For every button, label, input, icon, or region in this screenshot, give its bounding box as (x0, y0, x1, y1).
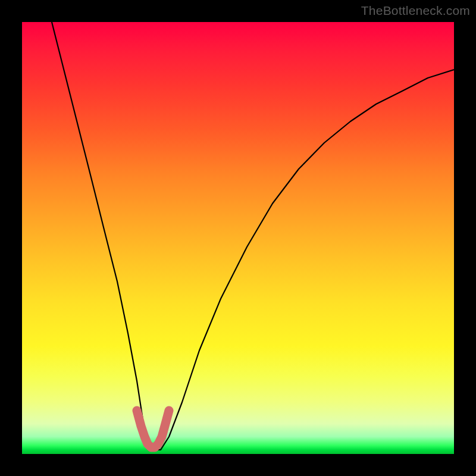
chart-frame: TheBottleneck.com (0, 0, 476, 476)
chart-svg (22, 22, 454, 454)
trough-marker (137, 411, 169, 447)
main-curve (52, 22, 454, 450)
watermark-text: TheBottleneck.com (361, 4, 470, 18)
plot-area (22, 22, 454, 454)
